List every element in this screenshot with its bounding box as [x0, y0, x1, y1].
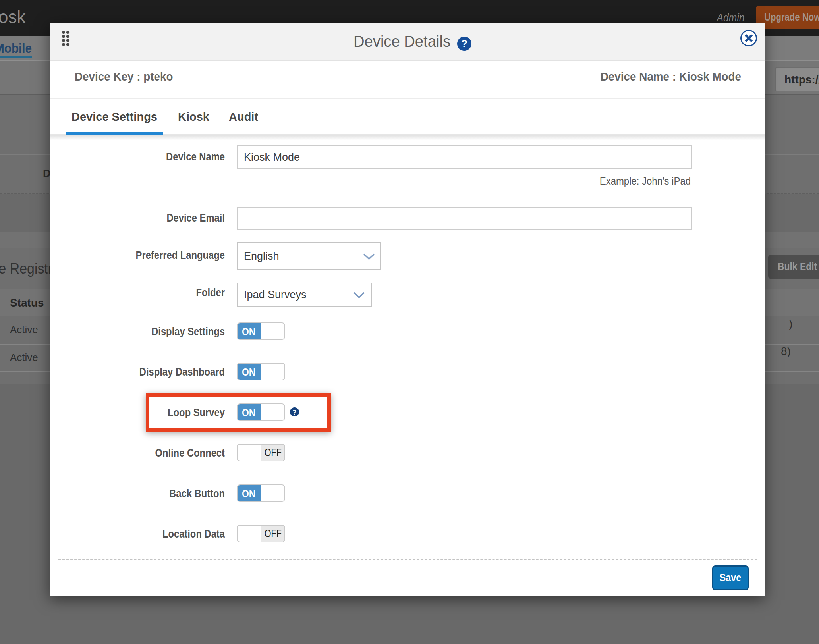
svg-text:?: ? — [461, 38, 467, 50]
svg-text:Device Details: Device Details — [353, 33, 450, 50]
